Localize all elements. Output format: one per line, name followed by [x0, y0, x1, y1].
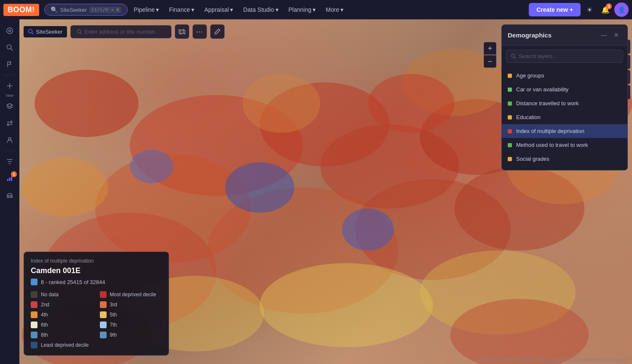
legend-item-label: Least deprived decile: [41, 342, 88, 348]
siteseeker-label[interactable]: SiteSeeker: [24, 26, 67, 37]
map-toolbar: SiteSeeker Enter address or title number…: [24, 24, 225, 39]
legend-item-0: No data: [31, 290, 93, 299]
layer-label: Age groups: [516, 72, 544, 79]
search-icon: [511, 53, 516, 59]
sidebar-divider-2: [4, 151, 16, 151]
siteseeker-search-pill[interactable]: 🔍 SiteSeeker Ctrl/⌘ + K: [44, 4, 128, 16]
siteseeker-icon: [28, 29, 34, 35]
zoom-out-button[interactable]: −: [484, 55, 496, 68]
sidebar-item-transfer[interactable]: [2, 115, 18, 131]
legend-item-8: 8th: [31, 331, 93, 339]
nav-planning[interactable]: Planning ▾: [284, 4, 320, 16]
sidebar-item-car[interactable]: [2, 187, 18, 203]
layer-label: Car or van availability: [516, 86, 568, 93]
address-search-bar[interactable]: Enter address or title number...: [70, 25, 171, 38]
map-view-button[interactable]: [175, 24, 189, 39]
demographics-panel: Demographics — ✕ Age groups Car or van a…: [501, 24, 628, 170]
more-options-button[interactable]: ⋯: [193, 24, 207, 39]
layer-color-dot: [508, 143, 512, 147]
legend-item-label: No data: [41, 292, 59, 298]
demographics-layer-item-5[interactable]: Method used to travel to work: [502, 138, 627, 152]
sidebar-item-new[interactable]: [2, 78, 18, 94]
legend-color-swatch: [31, 311, 37, 318]
chevron-down-icon: ▾: [276, 6, 279, 13]
keyboard-shortcut: Ctrl/⌘ + K: [89, 7, 121, 13]
legend-color-swatch: [100, 332, 107, 338]
user-avatar[interactable]: 👤: [614, 3, 629, 17]
legend-color-swatch: [100, 311, 107, 318]
layer-label: Social grades: [516, 156, 549, 162]
demographics-close-button[interactable]: ✕: [611, 30, 621, 40]
demographics-layer-item-3[interactable]: Education: [502, 110, 627, 124]
legend-item-5: 5th: [100, 311, 162, 319]
demographics-layer-item-1[interactable]: Car or van availability: [502, 82, 627, 96]
demographics-header: Demographics — ✕: [502, 25, 627, 45]
nav-finance[interactable]: Finance ▾: [165, 4, 198, 16]
svg-rect-5: [7, 179, 8, 181]
nav-pipeline[interactable]: Pipeline ▾: [129, 4, 163, 16]
sidebar-new-label: New: [6, 94, 13, 98]
legend-item-6: 6th: [31, 321, 93, 329]
layer-color-dot: [508, 157, 512, 161]
svg-point-9: [11, 196, 11, 197]
demographics-minimize-button[interactable]: —: [599, 30, 609, 40]
legend-color-swatch: [31, 301, 37, 308]
sidebar-item-filter[interactable]: [2, 154, 18, 170]
nav-appraisal[interactable]: Appraisal ▾: [200, 4, 237, 16]
demographics-layer-item-4[interactable]: Index of multiple deprivation: [502, 124, 627, 138]
demographics-layer-item-2[interactable]: Distance travelled to work: [502, 96, 627, 110]
layer-label: Index of multiple deprivation: [516, 128, 584, 134]
draw-tool-button[interactable]: [210, 24, 225, 39]
app-logo: BOOM!: [3, 4, 39, 16]
svg-point-1: [9, 30, 11, 32]
create-new-button[interactable]: Create new +: [529, 3, 581, 16]
layers-search-input[interactable]: [519, 53, 619, 59]
svg-point-0: [7, 28, 13, 34]
legend-title: Index of multiple deprivation: [31, 258, 162, 264]
legend-item-label: 3rd: [110, 302, 117, 308]
notifications-button[interactable]: 🔔 3: [598, 3, 613, 17]
demographics-layer-item-6[interactable]: Social grades: [502, 152, 627, 166]
nav-more[interactable]: More ▾: [321, 4, 348, 16]
sidebar-left: New: [0, 19, 19, 364]
legend-item-9: 9th: [100, 331, 162, 339]
zoom-controls: + −: [484, 42, 496, 68]
sidebar-item-flag[interactable]: [2, 56, 18, 72]
chevron-down-icon: ▾: [313, 6, 316, 13]
legend-color-swatch: [31, 332, 37, 338]
legend-item-label: 5th: [110, 312, 117, 318]
search-icon: [77, 29, 82, 35]
svg-line-41: [514, 57, 516, 59]
sidebar-item-chart[interactable]: [2, 170, 18, 186]
demographics-layer-list: Age groups Car or van availability Dista…: [502, 67, 627, 170]
svg-rect-6: [9, 178, 11, 181]
top-navigation: BOOM! 🔍 SiteSeeker Ctrl/⌘ + K Pipeline ▾…: [0, 0, 632, 19]
notification-badge: 3: [606, 3, 612, 9]
legend-color-swatch: [31, 342, 37, 348]
legend-item-2: 2nd: [31, 300, 93, 309]
sidebar-divider: [4, 75, 16, 75]
legend-item-label: 4th: [41, 312, 48, 318]
legend-item-label: 7th: [110, 322, 117, 328]
legend-item-4: 4th: [31, 311, 93, 319]
legend-item-label: 6th: [41, 322, 48, 328]
sidebar-item-layers[interactable]: [2, 98, 18, 114]
legend-rank-dot: [31, 279, 37, 285]
demographics-title: Demographics: [508, 32, 552, 39]
zoom-in-button[interactable]: +: [484, 42, 496, 55]
sidebar-item-user[interactable]: [2, 132, 18, 148]
svg-rect-7: [11, 176, 12, 181]
legend-box: Index of multiple deprivation Camden 001…: [24, 252, 169, 356]
svg-line-37: [80, 32, 82, 34]
demographics-layer-item-0[interactable]: Age groups: [502, 69, 627, 82]
legend-item-10: Least deprived decile: [31, 341, 93, 349]
sidebar-item-home[interactable]: [2, 23, 18, 39]
theme-toggle-button[interactable]: ☀: [582, 3, 597, 17]
legend-color-swatch: [100, 291, 107, 298]
demographics-search[interactable]: [506, 50, 623, 63]
legend-grid: No data Most deprived decile 2nd 3rd 4th…: [31, 290, 162, 349]
nav-data-studio[interactable]: Data Studio ▾: [239, 4, 282, 16]
legend-color-swatch: [100, 321, 107, 328]
sidebar-item-search[interactable]: [2, 40, 18, 56]
legend-item-1: Most deprived decile: [100, 290, 162, 299]
